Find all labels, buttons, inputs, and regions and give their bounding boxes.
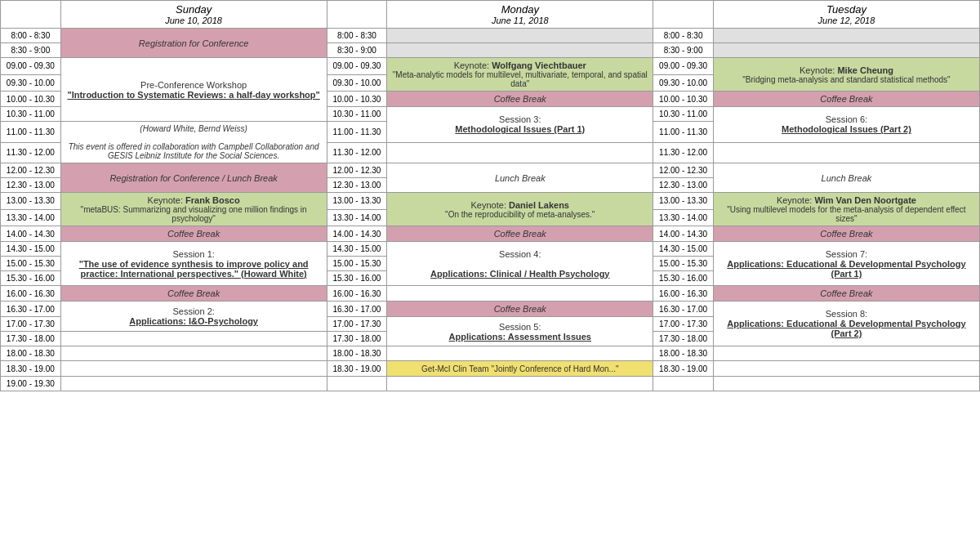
sunday-coffee3: Coffee Break xyxy=(60,286,327,302)
tuesday-1130 xyxy=(713,142,979,163)
tuesday-1900 xyxy=(713,377,979,391)
time-cell: 17.30 - 18.00 xyxy=(1,332,61,346)
time-cell: 8:30 - 9:00 xyxy=(653,43,714,58)
time-cell: 14.00 - 14.30 xyxy=(327,226,387,242)
tuesday-coffee1: Coffee Break xyxy=(713,92,979,107)
monday-session3: Session 3: Methodological Issues (Part 1… xyxy=(387,107,653,143)
monday-coffee2: Coffee Break xyxy=(387,226,653,242)
time-cell: 16.30 - 17.00 xyxy=(327,302,387,317)
time-header-3 xyxy=(653,1,714,29)
time-cell: 18.30 - 19.00 xyxy=(327,361,387,377)
sunday-name: Sunday xyxy=(65,3,323,16)
tuesday-session6: Session 6: Methodological Issues (Part 2… xyxy=(713,107,979,143)
time-cell: 13.30 - 14.00 xyxy=(1,209,61,226)
time-cell: 13.30 - 14.00 xyxy=(327,209,387,226)
monday-keynote1: Keynote: Wolfgang Viechtbauer "Meta-anal… xyxy=(387,58,653,92)
time-cell: 09.30 - 10.00 xyxy=(653,74,714,92)
tuesday-1830 xyxy=(713,361,979,377)
time-cell: 13.00 - 13.30 xyxy=(1,193,61,210)
time-cell: 13.00 - 13.30 xyxy=(327,193,387,210)
time-cell: 15.00 - 15.30 xyxy=(653,257,714,271)
time-cell: 18.00 - 18.30 xyxy=(653,346,714,361)
time-cell: 15.30 - 16.00 xyxy=(1,271,61,286)
tuesday-session7: Session 7: Applications: Educational & D… xyxy=(713,242,979,286)
time-cell: 13.30 - 14.00 xyxy=(653,209,714,226)
table-row: 14.30 - 15.00 Session 1: "The use of evi… xyxy=(1,242,980,257)
table-row: 13.00 - 13.30 Keynote: Frank Bosco "meta… xyxy=(1,193,980,210)
sunday-keynote-bosco: Keynote: Frank Bosco "metaBUS: Summarizi… xyxy=(60,193,327,226)
sunday-registration: Registration for Conference xyxy=(60,29,327,58)
time-cell: 10.00 - 10.30 xyxy=(327,92,387,107)
time-cell: 11.00 - 11.30 xyxy=(653,122,714,143)
table-row: 16.30 - 17.00 Session 2: Applications: I… xyxy=(1,302,980,317)
tuesday-name: Tuesday xyxy=(718,3,975,16)
time-cell: 14.00 - 14.30 xyxy=(1,226,61,242)
time-cell: 11.00 - 11.30 xyxy=(327,122,387,143)
time-cell: 12.30 - 13.00 xyxy=(653,178,714,193)
monday-date: June 11, 2018 xyxy=(391,16,648,25)
monday-1600 xyxy=(387,286,653,302)
table-row: 18.00 - 18.30 18.00 - 18.30 18.00 - 18.3… xyxy=(1,346,980,361)
time-cell: 15.30 - 16.00 xyxy=(327,271,387,286)
monday-session4: Session 4: Applications: Clinical / Heal… xyxy=(387,242,653,286)
time-cell: 19.00 - 19.30 xyxy=(1,377,61,391)
tuesday-session8: Session 8: Applications: Educational & D… xyxy=(713,302,979,346)
monday-830 xyxy=(387,43,653,58)
sunday-session2: Session 2: Applications: I&O-Psychology xyxy=(60,302,327,332)
time-cell: 8:30 - 9:00 xyxy=(327,43,387,58)
monday-1830: Get-McI Clin Team "Jointly Conference of… xyxy=(387,361,653,377)
time-cell: 8:00 - 8:30 xyxy=(1,29,61,43)
sunday-workshop: Pre-Conference Workshop "Introduction to… xyxy=(60,58,327,122)
time-cell: 12.00 - 12.30 xyxy=(1,163,61,178)
monday-name: Monday xyxy=(391,3,648,16)
time-cell: 10.30 - 11.00 xyxy=(327,107,387,122)
table-row: 18.30 - 19.00 18.30 - 19.00 Get-McI Clin… xyxy=(1,361,980,377)
time-cell: 10.00 - 10.30 xyxy=(653,92,714,107)
tuesday-coffee3: Coffee Break xyxy=(713,286,979,302)
sunday-session1: Session 1: "The use of evidence synthesi… xyxy=(60,242,327,286)
time-cell: 11.30 - 12.00 xyxy=(327,142,387,163)
time-cell: 09.00 - 09.30 xyxy=(327,58,387,75)
table-row: 09.00 - 09.30 Pre-Conference Workshop "I… xyxy=(1,58,980,75)
monday-800 xyxy=(387,29,653,43)
time-cell: 8:30 - 9:00 xyxy=(1,43,61,58)
time-cell: 16.00 - 16.30 xyxy=(653,286,714,302)
sunday-1830 xyxy=(60,361,327,377)
monday-coffee1: Coffee Break xyxy=(387,92,653,107)
time-cell xyxy=(653,377,714,391)
tuesday-lunch: Lunch Break xyxy=(713,163,979,193)
time-cell: 17.30 - 18.00 xyxy=(327,332,387,346)
sunday-date: June 10, 2018 xyxy=(65,16,323,25)
time-header xyxy=(1,1,61,29)
monday-session5: Session 5: Applications: Assessment Issu… xyxy=(387,317,653,346)
time-cell: 18.30 - 19.00 xyxy=(1,361,61,377)
time-cell: 14.30 - 15.00 xyxy=(1,242,61,257)
time-cell: 16.30 - 17.00 xyxy=(1,302,61,317)
time-cell: 11.30 - 12.00 xyxy=(653,142,714,163)
table-row: 14.00 - 14.30 Coffee Break 14.00 - 14.30… xyxy=(1,226,980,242)
time-cell: 17.00 - 17.30 xyxy=(653,317,714,332)
table-row: 19.00 - 19.30 xyxy=(1,377,980,391)
schedule-table: Sunday June 10, 2018 Monday June 11, 201… xyxy=(0,0,980,391)
time-cell: 10.30 - 11.00 xyxy=(1,107,61,122)
time-cell: 09.00 - 09.30 xyxy=(1,58,61,75)
time-cell: 11.00 - 11.30 xyxy=(1,122,61,143)
time-cell: 09.30 - 10.00 xyxy=(327,74,387,92)
time-cell: 8:00 - 8:30 xyxy=(653,29,714,43)
time-cell: 12.00 - 12.30 xyxy=(653,163,714,178)
time-cell: 16.30 - 17.00 xyxy=(653,302,714,317)
monday-lunch: Lunch Break xyxy=(387,163,653,193)
sunday-1730 xyxy=(60,332,327,346)
time-cell: 11.30 - 12.00 xyxy=(1,142,61,163)
time-cell: 16.00 - 16.30 xyxy=(327,286,387,302)
time-cell: 18.00 - 18.30 xyxy=(1,346,61,361)
monday-1800 xyxy=(387,346,653,361)
time-cell: 14.30 - 15.00 xyxy=(653,242,714,257)
tuesday-keynote1: Keynote: Mike Cheung "Bridging meta-anal… xyxy=(713,58,979,92)
table-row: 12.00 - 12.30 Registration for Conferenc… xyxy=(1,163,980,178)
time-cell: 18.00 - 18.30 xyxy=(327,346,387,361)
time-cell: 13.00 - 13.30 xyxy=(653,193,714,210)
time-cell: 8:00 - 8:30 xyxy=(327,29,387,43)
time-cell: 10.00 - 10.30 xyxy=(1,92,61,107)
time-cell: 14.00 - 14.30 xyxy=(653,226,714,242)
